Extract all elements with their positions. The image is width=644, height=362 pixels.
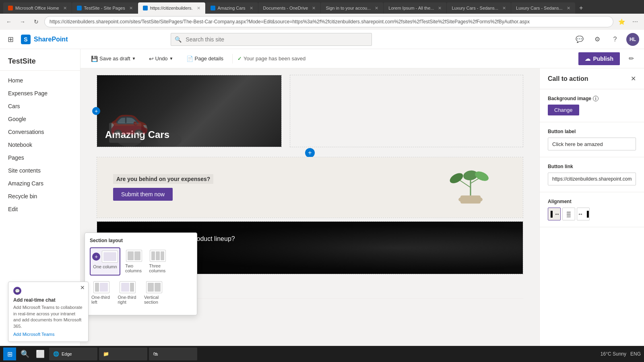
nav-item-pages[interactable]: Pages: [0, 151, 80, 164]
settings-icon-btn[interactable]: ⚙: [591, 33, 604, 46]
browser-tab-5[interactable]: Documents - OneDrive ✕: [258, 2, 321, 14]
edit-pencil-btn[interactable]: ✏: [625, 52, 638, 65]
panel-button-label-section: Button label: [540, 122, 644, 157]
browser-tab-9[interactable]: Luxury Cars - Sedans... ✕: [511, 2, 575, 14]
change-bg-btn[interactable]: Change: [548, 105, 579, 115]
nav-item-edit[interactable]: Edit: [0, 203, 80, 216]
car-banner-image: Amazing Cars: [97, 75, 281, 147]
nav-item-home[interactable]: Home: [0, 74, 80, 87]
taskbar-app-store[interactable]: 🛍: [149, 348, 197, 360]
alignment-buttons: ▐ ↔ ▒ ↔ ▐: [548, 208, 636, 220]
sp-right-panel: Call to action ✕ Background image i Chan…: [539, 68, 644, 362]
layout-one-third-right[interactable]: One-third right: [116, 279, 140, 307]
panel-close-btn[interactable]: ✕: [631, 75, 636, 82]
save-dropdown-arrow[interactable]: ▼: [132, 56, 136, 61]
taskbar-app-explorer[interactable]: 📁: [99, 348, 147, 360]
panel-header: Call to action ✕: [540, 68, 644, 89]
nav-item-expenses[interactable]: Expenses Page: [0, 87, 80, 100]
start-btn[interactable]: ⊞: [3, 348, 16, 360]
browser-tab-4[interactable]: Amazing Cars ✕: [206, 2, 258, 14]
extensions-btn[interactable]: ⭐: [616, 16, 627, 27]
browser-menu-btn[interactable]: ⋯: [630, 16, 641, 27]
publish-btn[interactable]: ☁ Publish: [578, 52, 620, 65]
sp-main-editor: + Amazing Cars: [80, 68, 539, 362]
chat-icon-btn[interactable]: 💬: [573, 33, 586, 46]
nav-item-notebook[interactable]: Notebook: [0, 138, 80, 151]
refresh-btn[interactable]: ↻: [31, 16, 42, 27]
task-view-btn[interactable]: ⬜: [34, 348, 47, 360]
info-icon[interactable]: i: [593, 96, 599, 101]
undo-dropdown-arrow[interactable]: ▼: [169, 56, 173, 61]
nav-item-conversations[interactable]: Conversations: [0, 125, 80, 138]
address-bar[interactable]: https://citizenbuilders.sharepoint.com/s…: [44, 16, 613, 27]
taskbar-right: 16°C Sunny ENG: [601, 351, 641, 357]
section-layout-popup: Section layout +: [85, 232, 197, 315]
browser-tab-8[interactable]: Luxury Cars - Sedans... ✕: [447, 2, 511, 14]
sp-toolbar: 💾 Save as draft ▼ ↩ Undo ▼ 📄 Page detail…: [80, 49, 644, 68]
layout-two-columns[interactable]: Two columns: [124, 247, 144, 276]
panel-button-link-section: Button link: [540, 157, 644, 192]
browser-tab-7[interactable]: Lorem Ipsum - All the... ✕: [384, 2, 446, 14]
save-as-draft-btn[interactable]: 💾 Save as draft ▼: [87, 53, 140, 64]
svg-line-3: [458, 179, 471, 187]
nav-item-cars[interactable]: Cars: [0, 100, 80, 113]
undo-btn[interactable]: ↩ Undo ▼: [145, 53, 178, 64]
one-column-icon: [102, 251, 118, 263]
button-link-input[interactable]: [548, 173, 636, 185]
sp-app-name: SharePoint: [34, 36, 68, 43]
tab-close-8[interactable]: ✕: [502, 6, 506, 11]
search-taskbar-btn[interactable]: 🔍: [19, 348, 31, 360]
whole-page: Microsoft Office Home ✕ TestSite - Site …: [0, 0, 644, 362]
tab-close-1[interactable]: ✕: [63, 6, 67, 11]
new-tab-btn[interactable]: +: [576, 2, 587, 14]
nav-item-recycle-bin[interactable]: Recycle bin: [0, 190, 80, 203]
chat-close-btn[interactable]: ✕: [80, 284, 85, 291]
browser-tab-3[interactable]: https://citizenbuilders. ✕: [138, 2, 205, 14]
browser-tab-1[interactable]: Microsoft Office Home ✕: [3, 2, 72, 14]
browser-tab-2[interactable]: TestSite - Site Pages ✕: [72, 2, 138, 14]
user-avatar[interactable]: HL: [626, 33, 639, 46]
alignment-label: Alignment: [548, 199, 636, 204]
tab-close-7[interactable]: ✕: [438, 6, 442, 11]
car-banner-title: Amazing Cars: [105, 129, 169, 140]
chat-widget-desc: Add Microsoft Teams to collaborate in re…: [13, 304, 83, 329]
help-icon-btn[interactable]: ?: [609, 33, 621, 46]
nav-item-google[interactable]: Google: [0, 113, 80, 125]
empty-column-placeholder: [290, 75, 523, 147]
page-sections-container: + Amazing Cars: [80, 68, 539, 319]
tab-close-9[interactable]: ✕: [567, 6, 570, 11]
page-body: + Amazing Cars: [80, 68, 644, 362]
tab-close-5[interactable]: ✕: [312, 6, 316, 11]
edge-icon: 🌐: [53, 351, 59, 357]
nav-item-site-contents[interactable]: Site contents: [0, 164, 80, 177]
align-left-btn[interactable]: ▐ ↔: [548, 208, 561, 220]
layout-one-third-left[interactable]: One-third left: [90, 279, 113, 307]
svg-rect-1: [460, 195, 481, 204]
layout-vertical-section[interactable]: Vertical section: [142, 279, 166, 307]
tab-close-6[interactable]: ✕: [375, 6, 378, 11]
browser-tab-6[interactable]: Sign in to your accou... ✕: [321, 2, 383, 14]
expenses-cta-btn[interactable]: Submit them now: [113, 188, 173, 201]
align-right-btn[interactable]: ↔ ▐: [577, 208, 590, 220]
back-btn[interactable]: ←: [3, 16, 14, 27]
page-details-btn[interactable]: 📄 Page details: [182, 53, 228, 64]
forward-btn[interactable]: →: [17, 16, 28, 27]
layout-three-columns[interactable]: Three columns: [147, 247, 168, 276]
chat-widget-link[interactable]: Add Microsoft Teams: [13, 332, 83, 337]
waffle-menu-btn[interactable]: ⊞: [5, 34, 16, 45]
tab-close-2[interactable]: ✕: [129, 6, 133, 11]
taskbar-weather: 16°C Sunny: [601, 351, 626, 357]
sp-logo[interactable]: S SharePoint: [21, 35, 68, 44]
layout-one-column[interactable]: + One column: [90, 247, 120, 276]
browser-tabs-row: Microsoft Office Home ✕ TestSite - Site …: [0, 0, 644, 14]
align-center-btn[interactable]: ▒: [562, 208, 575, 220]
saved-message: ✓ Your page has been saved: [237, 56, 305, 62]
search-input[interactable]: [171, 33, 372, 46]
taskbar-app-edge[interactable]: 🌐 Edge: [49, 348, 97, 360]
tab-close-4[interactable]: ✕: [250, 6, 253, 11]
button-label-input[interactable]: [548, 138, 636, 150]
add-section-between-btn[interactable]: +: [305, 148, 315, 158]
add-section-btn[interactable]: +: [92, 107, 100, 115]
tab-close-3[interactable]: ✕: [197, 6, 200, 11]
nav-item-amazing-cars[interactable]: Amazing Cars: [0, 177, 80, 190]
